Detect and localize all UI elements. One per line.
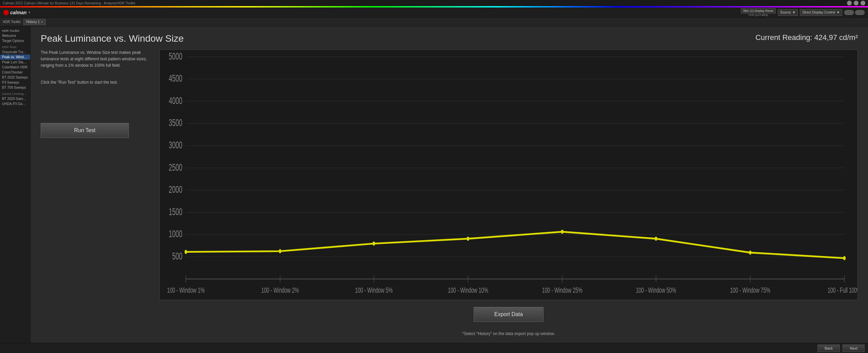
description-paragraph-1: The Peak Luminance vs. Window Size test … [41, 49, 149, 69]
content-area: Peak Luminance vs. Window Size Current R… [31, 26, 868, 343]
svg-text:1500: 1500 [169, 206, 182, 217]
main-layout: HDR Toolkit Welcome Target Options HDR T… [0, 26, 868, 343]
svg-text:100 - Window 25%: 100 - Window 25% [542, 286, 583, 294]
bottom-bar: Back Next [0, 343, 868, 353]
sidebar-item-colorchecker[interactable]: ColorChecker [0, 70, 30, 75]
svg-text:4000: 4000 [169, 95, 182, 106]
toolbar-label: HDR Toolkit [3, 20, 21, 24]
sidebar-item-bt2020-sweeps[interactable]: BT 2020 Sweeps [0, 75, 30, 80]
svg-text:100 - Window 75%: 100 - Window 75% [730, 286, 770, 294]
svg-rect-0 [160, 50, 857, 300]
back-button[interactable]: Back [817, 345, 840, 352]
svg-text:100 - Window 1%: 100 - Window 1% [167, 286, 205, 294]
title-bar-text: Calman 2022 Calman Ultimate for Business… [3, 1, 135, 5]
export-section: Export Data *Select "History" on the dat… [159, 307, 858, 336]
sidebar-item-target-options[interactable]: Target Options [0, 38, 30, 43]
chart-container: 5000 4500 4000 3500 3000 2500 2000 [159, 49, 858, 300]
sidebar-hdr-tests-header: HDR Tests [0, 43, 30, 49]
svg-text:500: 500 [172, 251, 182, 262]
svg-point-40 [373, 242, 375, 246]
svg-text:5000: 5000 [169, 50, 182, 61]
chart-svg: 5000 4500 4000 3500 3000 2500 2000 [160, 50, 857, 300]
sidebar-item-welcome[interactable]: Welcome [0, 33, 30, 38]
svg-text:2000: 2000 [169, 184, 182, 195]
logo-dropdown-icon: ▼ [28, 11, 31, 14]
source-dropdown-arrow: ▼ [792, 11, 795, 14]
svg-text:3500: 3500 [169, 117, 182, 128]
svg-point-41 [467, 236, 470, 241]
direct-display-dropdown[interactable]: Direct Display Control ▼ [800, 9, 842, 16]
next-button[interactable]: Next [843, 345, 865, 352]
sidebar-hdr-toolkit-label: HDR Toolkit [0, 28, 30, 33]
export-note: *Select "History" on the data export pop… [462, 331, 555, 336]
toolbar-row: HDR Toolkit History 1 × [0, 18, 868, 26]
sidebar-item-bt709-sweeps[interactable]: BT 709 Sweeps [0, 85, 30, 90]
description-paragraph-2: Click the "Run Test" button to start the… [41, 79, 149, 86]
svg-text:100 - Window 2%: 100 - Window 2% [261, 286, 299, 294]
sidebar-item-bt2020-gamut[interactable]: BT 2020 Gamut Coverage [0, 96, 30, 101]
filter-display-reset-btn[interactable]: filter (1) Display Reset [741, 8, 776, 14]
svg-text:3000: 3000 [169, 140, 182, 150]
filter-value: CCP (LUT 85%) [749, 14, 768, 17]
svg-point-44 [749, 250, 752, 254]
sidebar-gamut-coverage-header: Gamut Coverage Tests [0, 90, 30, 96]
toggle-1[interactable] [844, 10, 854, 15]
top-right-controls: filter (1) Display Reset CCP (LUT 85%) S… [741, 8, 865, 17]
svg-point-38 [184, 250, 187, 254]
sidebar-item-grayscale-tracking[interactable]: Grayscale Tracking [0, 49, 30, 55]
title-bar: Calman 2022 Calman Ultimate for Business… [0, 0, 868, 6]
svg-text:1000: 1000 [169, 228, 182, 239]
sidebar-item-peak-lum-stability[interactable]: Peak Lum Stability [0, 60, 30, 65]
svg-point-43 [655, 236, 657, 241]
app-logo: calman ▼ [3, 10, 31, 15]
svg-text:100 - Window 10%: 100 - Window 10% [448, 286, 488, 294]
svg-text:100 - Window 5%: 100 - Window 5% [355, 286, 393, 294]
source-dropdown[interactable]: Source ▼ [778, 9, 798, 16]
sidebar-item-uhda-p3-gamut[interactable]: UHDA-P3 Gamut Coverage [0, 101, 30, 106]
app-header: calman ▼ filter (1) Display Reset CCP (L… [0, 7, 868, 18]
svg-text:2500: 2500 [169, 162, 182, 172]
svg-point-39 [279, 249, 281, 253]
history-tab[interactable]: History 1 × [23, 19, 46, 25]
svg-text:4500: 4500 [169, 73, 182, 84]
svg-text:100 - Window 50%: 100 - Window 50% [636, 286, 676, 294]
svg-point-45 [843, 256, 846, 260]
sidebar: HDR Toolkit Welcome Target Options HDR T… [0, 26, 31, 343]
sidebar-item-p3-sweeps[interactable]: P3 Sweeps [0, 80, 30, 85]
direct-display-arrow: ▼ [836, 11, 840, 14]
close-button[interactable]: × [861, 1, 865, 5]
svg-text:100 - Full 100%: 100 - Full 100% [828, 286, 857, 294]
export-data-button[interactable]: Export Data [474, 307, 544, 322]
page-title: Peak Luminance vs. Window Size [41, 33, 184, 44]
run-test-button[interactable]: Run Test [41, 123, 129, 138]
minimize-button[interactable]: – [847, 1, 852, 5]
left-panel: The Peak Luminance vs. Window Size test … [41, 49, 149, 336]
logo-icon [3, 10, 9, 15]
toggle-2[interactable] [855, 10, 865, 15]
current-reading: Current Reading: 424,97 cd/m² [755, 33, 858, 42]
sidebar-item-peak-vs-window-size[interactable]: Peak vs. Window Size [0, 55, 30, 60]
sidebar-item-colormatch-hdr[interactable]: ColorMatch HDR [0, 65, 30, 70]
right-panel: 5000 4500 4000 3500 3000 2500 2000 [159, 49, 858, 336]
main-content: The Peak Luminance vs. Window Size test … [41, 49, 858, 336]
maximize-button[interactable]: □ [854, 1, 859, 5]
logo-text: calman [10, 10, 26, 15]
svg-point-42 [561, 230, 564, 234]
history-tab-close-icon[interactable]: × [41, 20, 43, 24]
